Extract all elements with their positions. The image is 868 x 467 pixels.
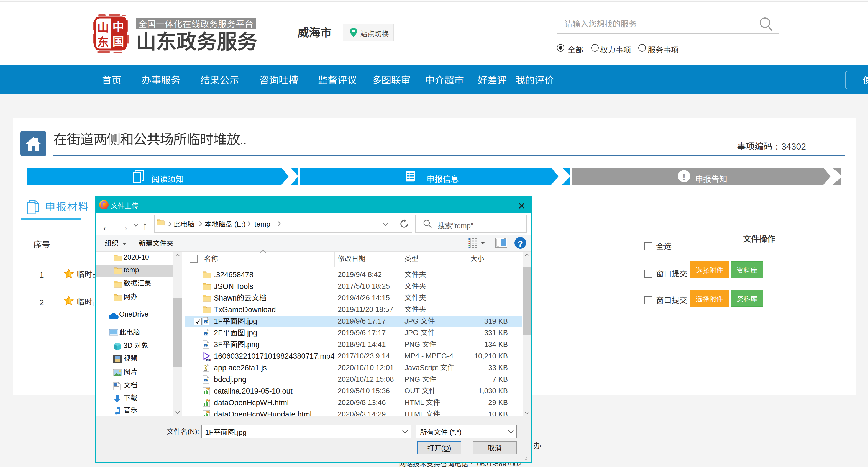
svg-text:山: 山	[97, 18, 109, 35]
svg-text:国: 国	[113, 32, 124, 49]
svg-text:中: 中	[113, 18, 124, 34]
svg-text:MP4: MP4	[207, 359, 211, 361]
svg-text:东: 东	[97, 33, 109, 50]
